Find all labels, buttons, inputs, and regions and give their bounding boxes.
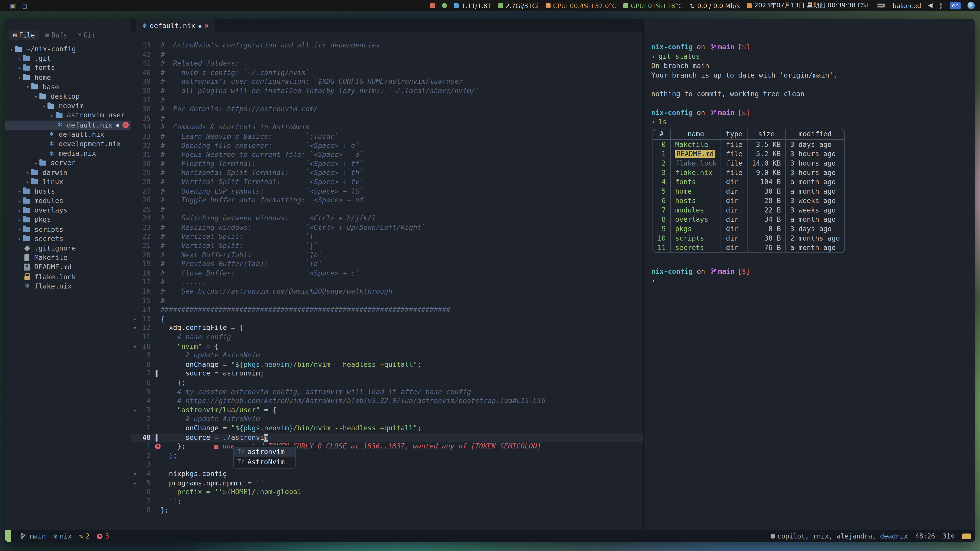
statusline-errors[interactable]: ×3 [97,532,109,540]
code-line[interactable]: 37# [131,96,643,105]
code-line[interactable]: 42# [131,50,643,59]
completion-item[interactable]: Trastronvim [234,447,295,457]
editor-buffer[interactable]: 43# AstroNvim's configuration and all it… [131,32,643,530]
code-line[interactable]: 25# [131,205,643,214]
code-line[interactable]: 7 ''; [131,497,643,507]
tree-item[interactable]: ▾home [5,73,130,82]
chevron-right-icon[interactable]: ▸ [49,113,56,119]
code-line[interactable]: 24# Switching between windows: `<Ctrl> +… [131,214,643,224]
code-line[interactable]: 16# See https://astronvim.com/Basic%20Us… [131,287,643,297]
code-line[interactable]: 23# Resizing windows: `<Ctrl> + Up/Down/… [131,224,643,233]
code-line[interactable]: 41# Related folders: [131,59,643,68]
code-line[interactable]: ▾10 "nvim" = { [131,342,643,351]
code-line[interactable]: 28# Vertical Split Terminal: `<Space> + … [131,178,643,187]
fold-chevron-icon[interactable]: ▾ [131,470,138,479]
code-line[interactable]: 36# For details: https://astronvim.com/ [131,105,643,114]
code-line[interactable]: 21# Vertical Split: `|` [131,242,643,251]
tree-item[interactable]: ▸secrets [5,234,130,244]
chevron-right-icon[interactable]: ▸ [16,188,23,194]
code-line[interactable]: 4 # https://github.com/AstroNvim/AstroNv… [131,397,643,406]
tree-item[interactable]: ▾desktop [5,92,130,101]
code-line[interactable]: 14######################################… [131,306,643,315]
statusline-changes[interactable]: ✎2 [79,532,89,540]
code-line[interactable]: 3 [131,461,643,470]
code-line[interactable]: 30# Floating Terminal: `<Space> + tf` [131,160,643,169]
code-line[interactable]: 32# Opening file explorer: `<Space> + e` [131,141,643,151]
chevron-right-icon[interactable]: ▸ [16,236,23,242]
lock-icon[interactable]: ▣ [10,2,16,9]
code-line[interactable]: 9 # update AstroNvim [131,351,643,360]
tray-green-indicator-icon[interactable] [442,3,447,8]
code-line[interactable]: ▾3 "astronvim/lua/user" = { [131,406,643,415]
statusline-lsp-clients[interactable]: copilot, rnix, alejandra, deadnix [770,532,908,540]
code-line[interactable]: 20# Next Buffer(Tab): `]b` [131,251,643,260]
chevron-down-icon[interactable]: ▾ [32,94,39,100]
code-line[interactable]: 43# AstroNvim's configuration and all it… [131,41,643,51]
tree-item[interactable]: ▾neovim [5,101,130,111]
code-line[interactable]: 7 source = astronvim; [131,369,643,379]
tree-item[interactable]: ▸overlays [5,206,130,215]
tree-item[interactable]: ▸astronvim_user [5,111,130,120]
code-line[interactable]: 1× };■ unexpected TOKEN_CURLY_B_CLOSE at… [131,442,643,451]
tree-item[interactable]: ▸hosts [5,187,130,196]
code-line[interactable]: ▾4 nixpkgs.config [131,470,643,479]
neotree-tab-bufs[interactable]: ▦Bufs [41,30,72,40]
buffer-tab-default-nix[interactable]: ❄ default.nix ● × [136,19,215,32]
tray-disk[interactable]: 1.1T/1.8T [454,2,491,9]
code-line[interactable]: ▾13{ [131,315,643,324]
tray-avatar[interactable] [967,2,975,9]
fold-chevron-icon[interactable]: ▾ [131,315,138,324]
chevron-down-icon[interactable]: ▾ [16,75,23,81]
tree-item[interactable]: ❄development.nix [5,139,130,149]
chevron-right-icon[interactable]: ▸ [16,65,23,71]
tray-gpu[interactable]: GPU: 01%+28°C [623,2,682,9]
code-line[interactable]: 2 # update AstroNvim [131,415,643,424]
statusline-git-branch[interactable]: main [19,532,46,540]
chevron-down-icon[interactable]: ▾ [41,103,48,109]
code-line[interactable]: 39# astronvim's user configuration: `$XD… [131,78,643,87]
code-line[interactable]: 40# nvim's config: `~/.config/nvim` [131,68,643,78]
code-line[interactable]: 22# Vertical Split: `\` [131,233,643,242]
chevron-down-icon[interactable]: ▾ [24,84,32,90]
code-line[interactable]: 8}; [131,506,643,515]
code-line[interactable]: 5 # my cusotom astronvim config, astronv… [131,388,643,397]
tree-item[interactable]: ▸scripts [5,225,130,234]
code-line[interactable]: 17# ...... [131,278,643,287]
tree-item[interactable]: README.md [5,262,130,272]
screen-icon[interactable]: ◻ [22,2,27,9]
code-line[interactable]: 31# Focus Neotree to current file: `<Spa… [131,151,643,160]
keyboard-icon[interactable]: ⌨ [877,2,886,9]
terminal-panel[interactable]: nix-config on main[$] ›git status On bra… [644,19,975,530]
tree-item[interactable]: ▸pkgs [5,215,130,224]
tree-item[interactable]: ▾~/nix-config [5,44,130,54]
code-line[interactable]: ▾12 xdg.configFile = { [131,324,643,333]
code-line[interactable]: 34# Commands & shortcuts in AstroNvim [131,123,643,132]
fold-chevron-icon[interactable]: ▾ [131,342,138,351]
tree-item[interactable]: ▸fonts [5,63,130,73]
code-line[interactable]: 6 }; [131,379,643,388]
code-line[interactable]: 2 }; [131,451,643,461]
tree-item[interactable]: ❄media.nix [5,149,130,158]
tray-cpu[interactable]: CPU: 00.4%+37.0°C [546,2,616,9]
tree-item[interactable]: ▸modules [5,196,130,206]
chevron-right-icon[interactable]: ▸ [16,226,23,232]
code-line[interactable]: 48 source = ./astronvim [131,433,643,442]
code-line[interactable]: 38# all plugins will be installed into(b… [131,87,643,96]
code-line[interactable]: 35# [131,114,643,124]
code-line[interactable]: 8 onChange = "${pkgs.neovim}/bin/nvim --… [131,360,643,370]
tree-item[interactable]: ❄default.nix [5,130,130,139]
chevron-right-icon[interactable]: ▸ [24,179,32,185]
command-line[interactable]: › [651,276,975,285]
tray-network[interactable]: ⇅0.0 / 0.0 Mb/s [690,2,740,9]
input-language-chip[interactable]: en [950,2,961,9]
code-line[interactable]: 1 onChange = "${pkgs.neovim}/bin/nvim --… [131,424,643,433]
chevron-right-icon[interactable]: ▸ [16,207,23,213]
tray-memory[interactable]: 2.7Gi/31Gi [498,2,538,9]
tray-red-indicator-icon[interactable] [430,3,435,8]
chevron-right-icon[interactable]: ▸ [16,217,23,223]
fold-chevron-icon[interactable]: ▾ [131,406,138,415]
fold-chevron-icon[interactable]: ▾ [131,324,138,333]
code-line[interactable]: 19# Previous Buffer(Tab): `[b` [131,260,643,269]
bluetooth-icon[interactable]: ᛒ [939,2,943,9]
tray-clock[interactable]: 2023年07月13日 星期四 00:39:38 CST [747,1,870,10]
